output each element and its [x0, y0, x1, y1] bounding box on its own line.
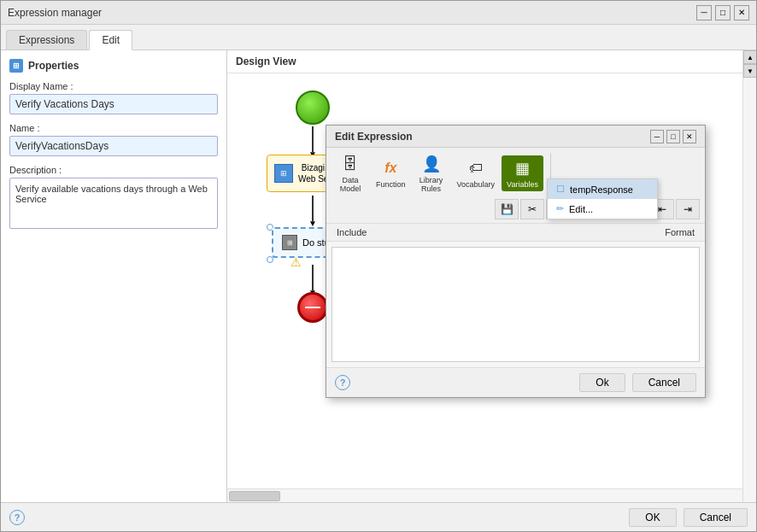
toolbar-group-main: 🗄 DataModel fx Function 👤 Li [332, 151, 543, 196]
design-canvas: ▼ ⊞ Bizagi.comWeb Service ▼ [227, 73, 756, 502]
arrow-2: ▼ [312, 196, 314, 221]
maximize-button[interactable]: □ [715, 5, 731, 20]
function-icon: fx [378, 158, 402, 178]
bottom-bar: ? OK Cancel [1, 502, 756, 531]
edit-pencil-icon: ✏ [556, 203, 564, 214]
dropdown-item-temp-response[interactable]: ☐ tempResponse [548, 179, 657, 199]
toolbar-data-model[interactable]: 🗄 DataModel [332, 151, 369, 196]
dropdown-item-edit[interactable]: ✏ Edit... [548, 199, 657, 219]
name-label: Name : [9, 123, 218, 133]
title-bar-left: Expression manager [8, 7, 102, 19]
dialog-controls: ─ □ ✕ [650, 130, 696, 143]
variables-label: Variables [507, 180, 538, 189]
title-bar-controls: ─ □ ✕ [696, 5, 749, 20]
close-button[interactable]: ✕ [734, 5, 749, 20]
main-window: Expression manager ─ □ ✕ Expressions Edi… [0, 0, 757, 532]
window-title: Expression manager [8, 7, 102, 19]
variables-dropdown: ☐ tempResponse ✏ Edit... [547, 178, 658, 219]
display-name-value: Verify Vacations Days [9, 94, 218, 114]
design-view-header: Design View [227, 50, 756, 73]
name-value: VerifyVacationsDays [9, 136, 218, 156]
toolbar-function[interactable]: fx Function [371, 155, 411, 191]
include-label: Include [332, 225, 392, 239]
properties-header: ⊞ Properties [9, 59, 218, 73]
dialog-help-button[interactable]: ? [335, 375, 350, 390]
arrow-1: ▼ [312, 126, 314, 152]
dialog-title: Edit Expression [335, 131, 413, 143]
right-panel: Design View ▲ ▼ ▼ [227, 50, 756, 502]
edit-label: Edit... [569, 204, 593, 214]
dialog-cancel-button[interactable]: Cancel [632, 373, 696, 392]
edit-expression-dialog: Edit Expression ─ □ ✕ 🗄 [326, 125, 706, 398]
dialog-minimize-button[interactable]: ─ [650, 130, 664, 143]
properties-title: Properties [28, 60, 79, 72]
dialog-maximize-button[interactable]: □ [666, 130, 680, 143]
data-model-icon: 🗄 [338, 154, 362, 174]
toolbar-variables[interactable]: ▦ Variables [502, 155, 543, 191]
variables-icon: ▦ [510, 158, 534, 178]
bottom-buttons: OK Cancel [629, 508, 748, 527]
tab-expressions[interactable]: Expressions [6, 30, 87, 50]
dialog-title-bar: Edit Expression ─ □ ✕ [326, 126, 705, 148]
web-service-icon: ⊞ [274, 164, 293, 183]
cancel-button[interactable]: Cancel [684, 508, 748, 527]
data-model-label: DataModel [340, 176, 361, 193]
toolbar-cut-button[interactable]: ✂ [520, 199, 544, 219]
scroll-thumb[interactable] [229, 491, 280, 501]
dialog-close-button[interactable]: ✕ [683, 130, 696, 143]
expression-editor[interactable] [332, 247, 700, 362]
footer-buttons: Ok Cancel [579, 373, 696, 392]
vocabulary-label: Vocabulary [457, 180, 496, 189]
scroll-up-button[interactable]: ▲ [743, 50, 756, 64]
main-area: ⊞ Properties Display Name : Verify Vacat… [1, 50, 756, 502]
vocabulary-icon: 🏷 [464, 158, 488, 178]
format-label: Format [660, 225, 700, 239]
description-value: Verify available vacations days through … [9, 178, 218, 229]
properties-icon: ⊞ [9, 59, 23, 73]
toolbar-vocabulary[interactable]: 🏷 Vocabulary [452, 155, 501, 191]
description-label: Description : [9, 165, 218, 175]
dialog-ok-button[interactable]: Ok [579, 373, 625, 392]
toolbar-save-button[interactable]: 💾 [495, 199, 519, 219]
toolbar-indent-button[interactable]: ⇥ [676, 199, 700, 219]
tab-edit[interactable]: Edit [89, 30, 132, 50]
library-rules-label: LibraryRules [420, 176, 443, 193]
temp-response-label: tempResponse [570, 184, 633, 195]
arrow-3: ▼ [312, 265, 314, 290]
warning-icon: ⚠ [290, 255, 302, 269]
title-bar: Expression manager ─ □ ✕ [1, 1, 756, 25]
temp-response-icon: ☐ [556, 184, 565, 195]
function-label: Function [376, 180, 406, 189]
ok-button[interactable]: OK [629, 508, 676, 527]
horizontal-scrollbar[interactable] [227, 488, 742, 502]
help-button[interactable]: ? [9, 510, 25, 525]
toolbar-library-rules[interactable]: 👤 LibraryRules [413, 151, 450, 196]
end-event: — [297, 292, 328, 323]
do-stuff-icon: ⊞ [282, 235, 297, 250]
minimize-button[interactable]: ─ [696, 5, 712, 20]
display-name-label: Display Name : [9, 81, 218, 91]
library-rules-icon: 👤 [420, 154, 443, 174]
left-panel: ⊞ Properties Display Name : Verify Vacat… [1, 50, 227, 502]
include-format-bar: Include Format [326, 224, 705, 242]
dialog-footer: ? Ok Cancel [326, 367, 705, 397]
tab-bar: Expressions Edit [1, 25, 756, 50]
start-event [296, 91, 330, 125]
